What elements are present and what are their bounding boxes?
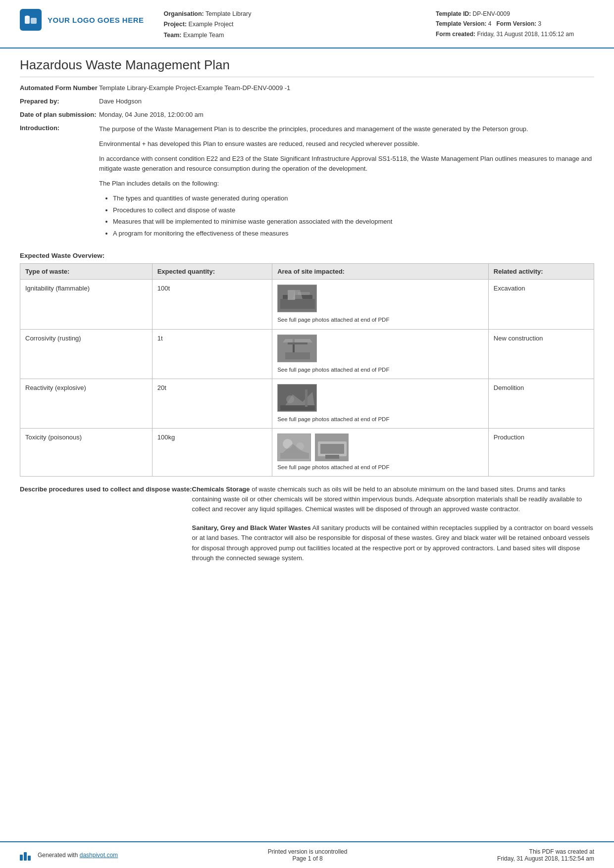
table-header-row: Type of waste: Expected quantity: Area o… — [20, 264, 594, 280]
logo-icon — [20, 9, 42, 31]
svg-rect-16 — [280, 405, 315, 410]
row4-caption: See full page photos attached at end of … — [277, 463, 483, 471]
header-meta-right: Template ID: DP-ENV-0009 Template Versio… — [436, 9, 594, 39]
generated-text: Generated with — [38, 852, 78, 859]
org-value: Template Library — [205, 10, 251, 17]
svg-rect-1 — [31, 18, 37, 24]
row3-image — [277, 384, 317, 412]
row1-type: Ignitability (flammable) — [20, 280, 153, 329]
footer-logo-icon — [20, 850, 34, 861]
procedures-content: Chemicals Storage of waste chemicals suc… — [192, 484, 595, 572]
prepared-by-row: Prepared by: Dave Hodgson — [20, 97, 594, 105]
intro-para-3: In accordance with consent condition E22… — [99, 154, 594, 174]
intro-bullet-list: The types and quantities of waste genera… — [99, 193, 594, 238]
col-type: Type of waste: — [20, 264, 153, 280]
row1-image — [277, 285, 317, 312]
form-version-label: Form Version: — [497, 20, 537, 27]
row4-activity: Production — [488, 428, 594, 476]
intro-bullet-2: Procedures to collect and dispose of was… — [113, 205, 594, 215]
template-version-label: Template Version: — [436, 20, 486, 27]
intro-para-1: The purpose of the Waste Management Plan… — [99, 124, 594, 134]
svg-marker-13 — [283, 339, 312, 342]
row3-quantity: 20t — [152, 379, 272, 428]
row3-type: Reactivity (explosive) — [20, 379, 153, 428]
template-id-value: DP-ENV-0009 — [472, 10, 510, 17]
team-label: Team: — [164, 32, 182, 39]
org-row: Organisation: Template Library — [164, 9, 436, 19]
template-version-value: 4 — [488, 20, 492, 27]
template-id-row: Template ID: DP-ENV-0009 — [436, 9, 594, 19]
row4-quantity: 100kg — [152, 428, 272, 476]
chemicals-text: of waste chemicals such as oils will be … — [192, 485, 582, 513]
svg-rect-27 — [325, 455, 339, 459]
footer-left: Generated with dashpivot.com — [20, 850, 118, 861]
svg-point-17 — [286, 395, 294, 403]
row1-quantity: 100t — [152, 280, 272, 329]
row2-type: Corrosivity (rusting) — [20, 329, 153, 379]
table-row: Toxicity (poisonous) 100kg — [20, 428, 594, 476]
document-title: Hazardous Waste Management Plan — [20, 57, 594, 77]
prepared-by-value: Dave Hodgson — [99, 97, 594, 105]
row4-image2 — [315, 434, 349, 461]
waste-table: Type of waste: Expected quantity: Area o… — [20, 263, 594, 476]
form-number-label: Automated Form Number — [20, 84, 99, 92]
bar2 — [24, 852, 27, 861]
project-label: Project: — [164, 21, 187, 28]
waste-table-section: Expected Waste Overview: Type of waste: … — [20, 252, 594, 476]
table-header: Type of waste: Expected quantity: Area o… — [20, 264, 594, 280]
row1-activity: Excavation — [488, 280, 594, 329]
main-content: Hazardous Waste Management Plan Automate… — [0, 48, 614, 841]
col-area: Area of site impacted: — [272, 264, 489, 280]
form-created-label: Form created: — [436, 31, 475, 38]
header-meta-center: Organisation: Template Library Project: … — [164, 9, 436, 41]
team-value: Example Team — [183, 32, 224, 39]
intro-bullet-1: The types and quantities of waste genera… — [113, 193, 594, 203]
svg-rect-22 — [280, 453, 309, 459]
form-version-value: 3 — [538, 20, 542, 27]
svg-rect-18 — [305, 389, 307, 407]
svg-rect-12 — [285, 352, 310, 359]
footer: Generated with dashpivot.com Printed ver… — [0, 841, 614, 868]
row4-type: Toxicity (poisonous) — [20, 428, 153, 476]
bar3 — [28, 856, 31, 861]
pdf-created-text: This PDF was created at — [497, 848, 594, 855]
sanitary-paragraph: Sanitary, Grey and Black Water Wastes Al… — [192, 523, 595, 563]
row2-image — [277, 335, 317, 362]
form-number-row: Automated Form Number Template Library-E… — [20, 84, 594, 92]
logo-area: YOUR LOGO GOES HERE — [20, 9, 144, 31]
row2-activity: New construction — [488, 329, 594, 379]
footer-center: Printed version is uncontrolled Page 1 o… — [268, 848, 348, 862]
table-row: Ignitability (flammable) 100t — [20, 280, 594, 329]
chemicals-paragraph: Chemicals Storage of waste chemicals suc… — [192, 484, 595, 514]
table-row: Corrosivity (rusting) 1t — [20, 329, 594, 379]
row2-area: See full page photos attached at end of … — [272, 329, 489, 379]
form-created-value: Friday, 31 August 2018, 11:05:12 am — [477, 31, 574, 38]
table-title: Expected Waste Overview: — [20, 252, 594, 259]
version-row: Template Version: 4 Form Version: 3 — [436, 19, 594, 29]
table-body: Ignitability (flammable) 100t — [20, 280, 594, 476]
header: YOUR LOGO GOES HERE Organisation: Templa… — [0, 0, 614, 48]
svg-rect-26 — [320, 444, 344, 454]
row2-quantity: 1t — [152, 329, 272, 379]
date-value: Monday, 04 June 2018, 12:00:00 am — [99, 111, 594, 118]
svg-point-2 — [26, 15, 29, 18]
footer-site-link[interactable]: dashpivot.com — [80, 852, 118, 859]
bar1 — [20, 855, 23, 861]
sanitary-title: Sanitary, Grey and Black Water Wastes — [192, 524, 311, 531]
intro-bullet-3: Measures that will be implemented to min… — [113, 217, 594, 227]
intro-para-4: The Plan includes details on the followi… — [99, 179, 594, 189]
pdf-created-date: Friday, 31 August 2018, 11:52:54 am — [497, 855, 594, 862]
team-row: Team: Example Team — [164, 30, 436, 41]
footer-right: This PDF was created at Friday, 31 Augus… — [497, 848, 594, 862]
form-created-row: Form created: Friday, 31 August 2018, 11… — [436, 29, 594, 39]
row1-caption: See full page photos attached at end of … — [277, 316, 483, 324]
introduction-section: Introduction: The purpose of the Waste M… — [20, 124, 594, 243]
template-id-label: Template ID: — [436, 10, 471, 17]
svg-rect-11 — [288, 342, 307, 344]
procedures-section: Describe procedures used to collect and … — [20, 484, 594, 572]
table-row: Reactivity (explosive) 20t — [20, 379, 594, 428]
row4-area: See full page photos attached at end of … — [272, 428, 489, 476]
row3-activity: Demolition — [488, 379, 594, 428]
col-activity: Related activity: — [488, 264, 594, 280]
project-value: Example Project — [189, 21, 234, 28]
